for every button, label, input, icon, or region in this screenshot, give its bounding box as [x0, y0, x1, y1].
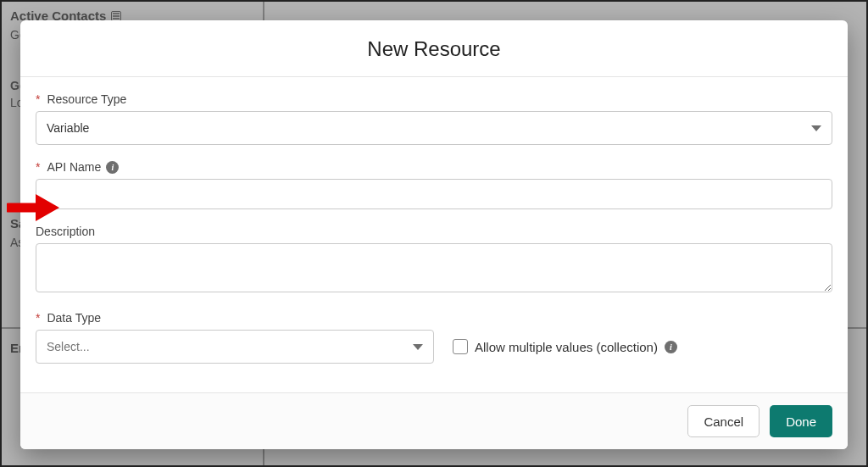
description-label-row: Description [36, 225, 832, 238]
info-icon[interactable]: i [665, 341, 677, 353]
description-field: Description [36, 225, 832, 296]
chevron-down-icon [413, 344, 423, 350]
data-type-label-row: * Data Type [36, 311, 832, 325]
data-type-label: Data Type [47, 311, 101, 325]
data-type-field: * Data Type Select... Allow multiple val… [36, 311, 832, 364]
modal-body: * Resource Type Variable * API Name i De… [20, 77, 848, 392]
cancel-button[interactable]: Cancel [687, 405, 760, 437]
description-textarea[interactable] [36, 243, 832, 292]
data-type-placeholder: Select... [47, 340, 90, 353]
resource-type-field: * Resource Type Variable [36, 92, 832, 145]
api-name-label-row: * API Name i [36, 160, 832, 174]
api-name-input[interactable] [36, 179, 832, 209]
chevron-down-icon [811, 125, 821, 131]
resource-type-label: Resource Type [47, 92, 126, 106]
description-label: Description [36, 225, 95, 238]
new-resource-modal: New Resource * Resource Type Variable * … [20, 20, 848, 449]
allow-multiple-checkbox[interactable] [453, 339, 468, 354]
api-name-field: * API Name i [36, 160, 832, 209]
resource-type-select[interactable]: Variable [36, 111, 832, 145]
required-asterisk: * [36, 92, 40, 106]
allow-multiple-label: Allow multiple values (collection) [475, 340, 658, 354]
modal-footer: Cancel Done [20, 392, 848, 449]
done-button[interactable]: Done [770, 405, 832, 437]
info-icon[interactable]: i [106, 161, 119, 174]
modal-title: New Resource [20, 20, 848, 77]
resource-type-label-row: * Resource Type [36, 92, 832, 106]
data-type-select[interactable]: Select... [36, 330, 434, 364]
resource-type-value: Variable [47, 121, 89, 135]
required-asterisk: * [36, 160, 40, 174]
api-name-label: API Name [47, 160, 101, 174]
required-asterisk: * [36, 311, 40, 325]
allow-multiple-row[interactable]: Allow multiple values (collection) i [453, 339, 677, 354]
